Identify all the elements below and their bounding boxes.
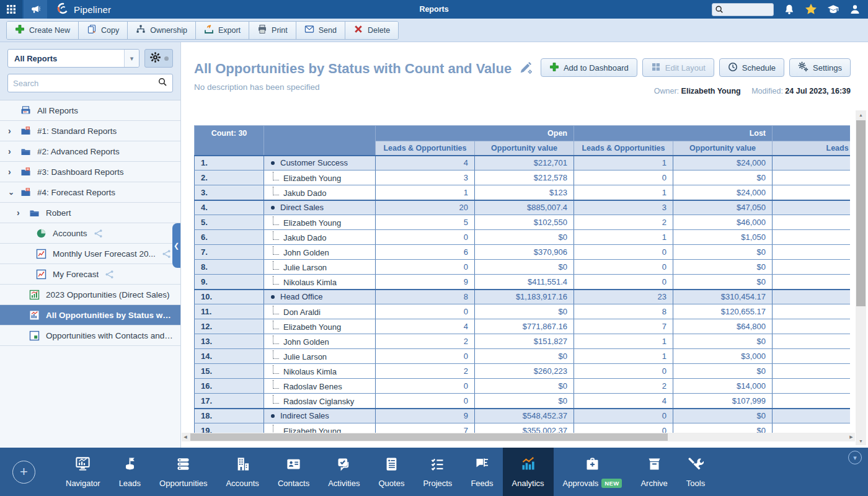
scroll-right-arrow[interactable]: ▶ [848,435,855,440]
table-row[interactable]: 16.Radoslav Benes0$02$14,000 [195,379,851,394]
chevron-right-icon[interactable]: › [8,167,15,177]
favorites-star-icon[interactable] [805,3,817,16]
reports-filter-select[interactable]: All Reports ▾ [7,49,140,68]
sidebar-item-monthly-user-forecast-20[interactable]: Monthly User Forecast 20... [0,244,180,264]
cell-open-value: $0 [475,230,574,245]
settings-button[interactable]: Settings [789,58,851,77]
horizontal-scroll-thumb[interactable] [190,433,668,441]
chevron-right-icon[interactable]: › [8,146,15,156]
table-row[interactable]: 3.Jakub Dado1$1231$24,000 [195,185,851,200]
chevron-right-icon[interactable]: › [8,126,15,136]
announcements-button[interactable] [24,0,47,19]
add-to-dashboard-button[interactable]: Add to Dashboard [541,58,637,77]
table-row[interactable]: 6.Jakub Dado0$01$1,050 [195,230,851,245]
sidebar-item-3-dashboard-reports[interactable]: ›#3: Dashboard Reports [0,162,180,182]
chevron-right-icon[interactable]: › [17,208,24,218]
sidebar-item-label: All Opportunities by Status with ... [46,311,173,320]
chevron-down-icon[interactable]: ⌄ [8,188,15,197]
share-icon[interactable] [105,270,114,279]
name-label: Jakub Dado [283,188,326,198]
global-search[interactable] [712,3,774,16]
nav-item-approvals[interactable]: ApprovalsNEW [554,448,632,496]
sidebar-collapse-handle[interactable]: ❮ [172,223,180,268]
nav-item-quotes[interactable]: Quotes [369,448,414,496]
sidebar-item-label: Opportunities with Contacts and ... [46,331,173,340]
create-new-label: Create New [29,26,70,35]
schedule-button[interactable]: Schedule [719,58,784,77]
nav-item-projects[interactable]: Projects [414,448,461,496]
table-row[interactable]: 5.Elizabeth Young5$102,5502$46,000 [195,215,851,230]
nav-item-feeds[interactable]: Feeds [461,448,502,496]
table-row[interactable]: 4.Direct Sales20$885,007.43$47,050 [195,200,851,215]
sidebar-item-2-advanced-reports[interactable]: ›#2: Advanced Reports [0,141,180,162]
scroll-up-arrow[interactable]: ▲ [856,110,866,119]
edit-title-pencil-icon[interactable] [519,61,533,77]
app-launcher-button[interactable] [0,0,22,19]
table-row[interactable]: 14.Julie Larson0$01$3,000 [195,349,851,364]
table-row[interactable]: 11.Don Araldi0$08$120,655.17 [195,304,851,319]
nav-item-leads[interactable]: Leads [110,448,150,496]
send-button[interactable]: Send [296,22,345,39]
name-label: Jakub Dado [283,233,326,242]
table-row[interactable]: 17.Radoslav Ciglansky0$04$107,999 [195,394,851,409]
vertical-scroll-thumb[interactable] [856,120,866,306]
table-row[interactable]: 18.Indirect Sales9$548,452.370$0 [195,409,851,423]
nav-item-tools[interactable]: Tools [677,448,714,496]
share-icon[interactable] [94,229,103,238]
nav-item-label: Activities [328,479,360,488]
user-profile-icon[interactable] [849,4,861,15]
table-row[interactable]: 10.Head Office8$1,183,917.1623$310,454.1… [195,290,851,304]
table-row[interactable]: 13.John Golden2$151,8271$0 [195,334,851,349]
print-button[interactable]: Print [249,22,296,39]
table-row[interactable]: 15.Nikolaus Kimla2$260,2230$0 [195,364,851,379]
cell-open-value: $212,578 [475,170,574,185]
report-table-container: Count: 30 Open Lost Leads & Opportunitie… [194,125,850,438]
horizontal-scrollbar[interactable]: ◀ ▶ [182,433,855,441]
learning-cap-icon[interactable] [827,3,839,16]
sidebar-item-all-opportunities-by-status-with[interactable]: All Opportunities by Status with ... [0,305,180,326]
delete-button[interactable]: Delete [345,22,398,39]
nav-item-analytics[interactable]: Analytics [503,448,554,496]
scroll-left-arrow[interactable]: ◀ [182,435,189,440]
share-icon[interactable] [162,249,171,259]
sidebar-search[interactable] [7,74,173,92]
sidebar-item-opportunities-with-contacts-and[interactable]: Opportunities with Contacts and ... [0,326,180,346]
scroll-down-arrow[interactable]: ▼ [856,436,866,445]
sidebar-item-2023-opportunities-direct-sales[interactable]: 2023 Opportunities (Direct Sales) [0,285,180,305]
sidebar-search-input[interactable] [13,79,157,88]
nav-item-opportunities[interactable]: Opportunities [150,448,216,496]
sidebar-item-1-standard-reports[interactable]: ›#1: Standard Reports [0,121,180,141]
export-button[interactable]: Export [196,22,249,39]
sidebar-item-4-forecast-reports[interactable]: ⌄#4: Forecast Reports [0,182,180,203]
ownership-button[interactable]: Ownership [128,22,196,39]
tree-branch-icon [273,216,279,225]
nav-collapse-chevron[interactable]: ▾ [848,451,862,464]
create-new-button[interactable]: Create New [7,22,79,39]
sidebar-settings-button[interactable] [144,49,173,68]
nav-item-accounts[interactable]: Accounts [216,448,268,496]
modified-value: 24 Jul 2023, 16:39 [785,87,851,95]
cell-row-number: 10. [195,290,264,304]
table-row[interactable]: 9.Nikolaus Kimla9$411,551.40$0 [195,275,851,290]
global-search-input[interactable] [725,6,770,13]
sidebar-item-robert[interactable]: ›Robert [0,203,180,223]
sidebar-item-all-reports[interactable]: All Reports [0,100,180,121]
table-row[interactable]: 2.Elizabeth Young3$212,5780$0 [195,170,851,185]
app-logo[interactable]: Pipeliner [57,2,111,17]
table-row[interactable]: 1.Customer Success4$212,7011$24,000 [195,156,851,170]
sidebar-item-my-forecast[interactable]: My Forecast [0,264,180,285]
nav-item-contacts[interactable]: Contacts [268,448,319,496]
copy-button[interactable]: Copy [79,22,128,39]
table-row[interactable]: 12.Elizabeth Young4$771,867.167$64,800 [195,319,851,334]
nav-item-activities[interactable]: Activities [319,448,369,496]
notifications-bell-icon[interactable] [784,4,795,15]
table-row[interactable]: 7.John Golden6$370,9060$0 [195,245,851,260]
vertical-scrollbar[interactable]: ▲ ▼ [856,110,866,445]
cell-lost-value: $0 [673,334,773,349]
sidebar-item-accounts[interactable]: Accounts [0,223,180,244]
cell-row-number: 18. [195,409,264,423]
nav-item-navigator[interactable]: Navigator [56,448,110,496]
table-row[interactable]: 8.Julie Larson0$00$0 [195,260,851,275]
quick-add-button[interactable]: + [12,461,35,484]
nav-item-archive[interactable]: Archive [631,448,676,496]
